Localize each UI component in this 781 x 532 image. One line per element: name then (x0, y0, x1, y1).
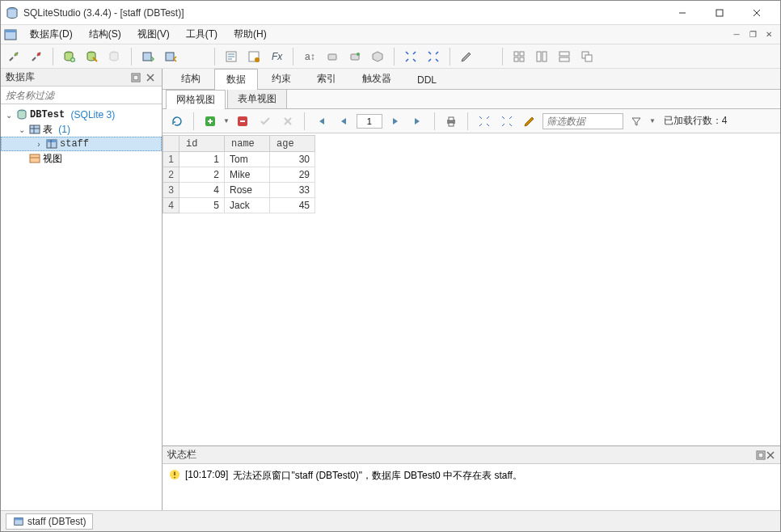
refresh-icon[interactable] (167, 112, 187, 131)
database-filter-input[interactable] (1, 87, 162, 103)
views-label: 视图 (43, 152, 62, 166)
import-icon[interactable] (138, 47, 158, 66)
viewtab-grid[interactable]: 网格视图 (166, 90, 226, 109)
tab-trigger[interactable]: 触发器 (350, 69, 403, 89)
database-icon (15, 108, 28, 121)
view3d-icon[interactable] (368, 47, 387, 66)
detach-icon[interactable] (756, 450, 766, 460)
cell[interactable]: 5 (179, 198, 225, 213)
table-row[interactable]: 11Tom30 (163, 152, 315, 167)
edit-cell-icon[interactable] (520, 112, 539, 131)
cascade-icon[interactable] (577, 47, 597, 66)
fit-columns-icon[interactable] (475, 112, 494, 131)
menu-view[interactable]: 视图(V) (129, 26, 178, 43)
viewtab-form[interactable]: 表单视图 (227, 89, 287, 108)
tree-views-row[interactable]: 视图 (1, 151, 162, 166)
tree-tables-row[interactable]: ⌄ 表 (1) (1, 122, 162, 137)
cell[interactable]: Rose (225, 183, 270, 198)
last-page-icon[interactable] (408, 112, 428, 131)
edit-db-icon[interactable] (82, 47, 102, 66)
expand-icon[interactable] (401, 47, 420, 66)
commit-icon[interactable] (255, 112, 275, 131)
table-row[interactable]: 45Jack45 (163, 198, 315, 213)
filter-dropdown-icon[interactable]: ▼ (649, 117, 656, 125)
table-row[interactable]: 34Rose33 (163, 183, 315, 198)
mdi-restore-icon[interactable]: ❐ (746, 28, 759, 41)
db-name: DBTest (30, 109, 65, 120)
sql-editor-icon[interactable] (222, 47, 241, 66)
page-input[interactable] (357, 114, 382, 129)
cell[interactable]: 1 (179, 152, 225, 167)
svg-rect-25 (514, 57, 518, 61)
database-filter[interactable] (1, 87, 162, 104)
tab-data[interactable]: 数据 (214, 69, 258, 90)
next-page-icon[interactable] (386, 112, 405, 131)
tile-icon[interactable] (509, 47, 529, 66)
insert-dropdown-icon[interactable]: ▼ (223, 117, 230, 125)
collapse-icon[interactable]: ⌄ (4, 111, 14, 120)
cell[interactable]: 33 (270, 183, 315, 198)
col-name[interactable]: name (225, 136, 270, 152)
cell[interactable]: Mike (225, 167, 270, 183)
sql-history-icon[interactable] (244, 47, 264, 66)
tab-structure[interactable]: 结构 (169, 69, 213, 89)
delete-row-icon[interactable] (233, 112, 252, 131)
cell[interactable]: 4 (179, 183, 225, 198)
detach-icon[interactable] (129, 71, 142, 84)
connect-icon[interactable] (4, 47, 23, 66)
menu-tool[interactable]: 工具(T) (178, 26, 226, 43)
remove-db-icon[interactable] (105, 47, 125, 66)
maximize-button[interactable] (701, 1, 738, 25)
row-num: 2 (163, 167, 179, 183)
menu-structure[interactable]: 结构(S) (81, 26, 129, 43)
add-db-icon[interactable] (60, 47, 79, 66)
tree-table-staff[interactable]: › staff (1, 137, 162, 151)
expand-icon[interactable]: › (34, 140, 44, 149)
extension-icon[interactable] (323, 47, 342, 66)
tab-constraint[interactable]: 约束 (260, 69, 303, 89)
menu-database[interactable]: 数据库(D) (22, 26, 81, 43)
collation-icon[interactable]: a↕ (300, 47, 319, 66)
tile-v-icon[interactable] (555, 47, 574, 66)
col-id[interactable]: id (179, 136, 225, 152)
function-icon[interactable]: Fx (267, 47, 286, 66)
mdi-close-icon[interactable]: ✕ (762, 28, 775, 41)
close-panel-icon[interactable] (144, 71, 157, 84)
insert-row-icon[interactable] (201, 112, 220, 131)
print-icon[interactable] (441, 112, 461, 131)
tree-db-row[interactable]: ⌄ DBTest (SQLite 3) (1, 108, 162, 122)
window-tab[interactable]: staff (DBTest) (6, 513, 93, 530)
fit-content-icon[interactable] (497, 112, 517, 131)
config-icon[interactable] (457, 47, 476, 66)
rollback-icon[interactable] (278, 112, 298, 131)
export-icon[interactable] (161, 47, 180, 66)
main-toolbar: Fx a↕ (1, 44, 780, 69)
ext2-icon[interactable] (345, 47, 365, 66)
cell[interactable]: 30 (270, 152, 315, 167)
data-grid[interactable]: id name age 11Tom30 22Mike29 34Rose33 45… (163, 133, 780, 445)
mdi-minimize-icon[interactable]: ─ (730, 28, 743, 41)
tab-index[interactable]: 索引 (305, 69, 348, 89)
database-tree[interactable]: ⌄ DBTest (SQLite 3) ⌄ 表 (1) › staff (1, 104, 162, 510)
disconnect-icon[interactable] (27, 47, 46, 66)
col-age[interactable]: age (270, 136, 315, 152)
tab-ddl[interactable]: DDL (405, 70, 449, 89)
cell[interactable]: 45 (270, 198, 315, 213)
filter-icon[interactable] (627, 112, 646, 131)
cell[interactable]: 29 (270, 167, 315, 183)
collapse-icon[interactable]: ⌄ (17, 125, 27, 134)
cell[interactable]: Tom (225, 152, 270, 167)
first-page-icon[interactable] (311, 112, 331, 131)
cell[interactable]: Jack (225, 198, 270, 213)
minimize-button[interactable] (664, 1, 701, 25)
close-panel-icon[interactable] (766, 450, 775, 460)
filter-input[interactable] (542, 113, 623, 129)
collapse-icon[interactable] (424, 47, 443, 66)
tile-h-icon[interactable] (532, 47, 551, 66)
table-row[interactable]: 22Mike29 (163, 167, 315, 183)
close-button[interactable] (738, 1, 775, 25)
cell[interactable]: 2 (179, 167, 225, 183)
menu-help[interactable]: 帮助(H) (226, 26, 275, 43)
prev-page-icon[interactable] (334, 112, 353, 131)
tables-count: (1) (58, 124, 70, 135)
